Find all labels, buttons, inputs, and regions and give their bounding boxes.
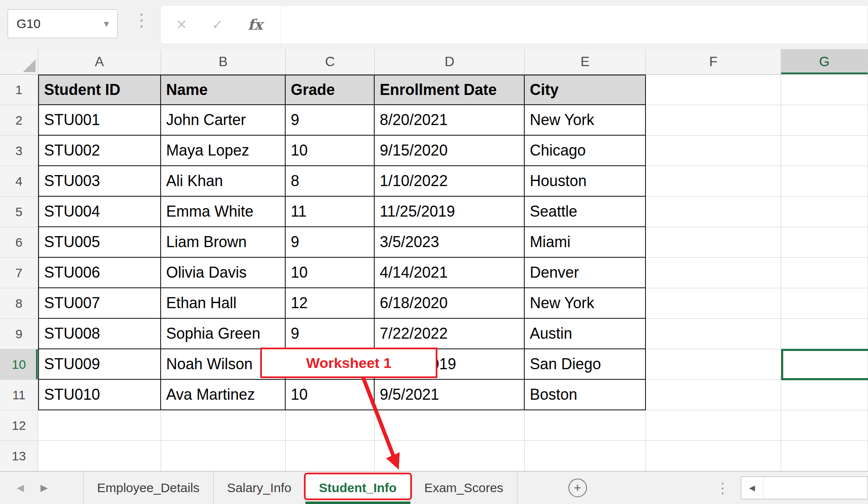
row-header-9[interactable]: 9 [0,319,38,349]
column-header-f[interactable]: F [646,49,781,74]
insert-function-icon[interactable]: fx [248,16,263,33]
cell-b6[interactable]: Liam Brown [161,227,286,258]
scrollbar-track[interactable] [763,477,868,499]
cell-g3[interactable] [781,136,868,166]
row-header-5[interactable]: 5 [0,197,38,227]
cell-c11[interactable]: 10 [286,380,375,410]
cell-e13[interactable] [525,441,646,471]
cell-d4[interactable]: 1/10/2022 [375,166,525,197]
scroll-left-icon[interactable]: ◀ [741,477,763,499]
column-header-a[interactable]: A [38,49,161,74]
cell-d5[interactable]: 11/25/2019 [375,197,525,227]
name-box[interactable]: G10 ▾ [8,9,118,38]
cell-e5[interactable]: Seattle [525,197,646,227]
row-header-10-selected[interactable]: 10 [0,349,38,380]
select-all-corner[interactable] [0,49,38,74]
cancel-icon[interactable]: ✕ [176,17,187,33]
cell-a4[interactable]: STU003 [38,166,161,197]
cell-d8[interactable]: 6/18/2020 [375,288,525,319]
cell-a8[interactable]: STU007 [38,288,161,319]
name-box-dropdown-icon[interactable]: ▾ [95,18,117,30]
cell-c13[interactable] [286,441,375,471]
cell-e1[interactable]: City [525,75,646,105]
cell-g10-selected[interactable] [781,349,868,380]
cell-a6[interactable]: STU005 [38,227,161,258]
cell-d1[interactable]: Enrollment Date [375,75,525,105]
cell-d11[interactable]: 9/5/2021 [375,380,525,410]
cell-g4[interactable] [781,166,868,197]
sheet-tab-student-info[interactable]: Student_Info [306,472,411,504]
cell-c6[interactable]: 9 [286,227,375,258]
cell-b13[interactable] [161,441,286,471]
cell-d3[interactable]: 9/15/2020 [375,136,525,166]
cell-e3[interactable]: Chicago [525,136,646,166]
cell-e4[interactable]: Houston [525,166,646,197]
cell-g9[interactable] [781,319,868,349]
cell-e12[interactable] [525,410,646,441]
cell-d9[interactable]: 7/22/2022 [375,319,525,349]
cell-f12[interactable] [646,410,781,441]
cell-b7[interactable]: Olivia Davis [161,258,286,288]
cell-e11[interactable]: Boston [525,380,646,410]
tab-bar-grip-icon[interactable]: ⋮ [715,479,730,496]
cell-a2[interactable]: STU001 [38,105,161,136]
cell-b3[interactable]: Maya Lopez [161,136,286,166]
cell-b12[interactable] [161,410,286,441]
column-header-e[interactable]: E [525,49,646,74]
cell-a9[interactable]: STU008 [38,319,161,349]
cell-b8[interactable]: Ethan Hall [161,288,286,319]
row-header-7[interactable]: 7 [0,258,38,288]
cell-d12[interactable] [375,410,525,441]
row-header-2[interactable]: 2 [0,105,38,136]
row-header-6[interactable]: 6 [0,227,38,258]
cell-e2[interactable]: New York [525,105,646,136]
row-header-4[interactable]: 4 [0,166,38,197]
cell-f11[interactable] [646,380,781,410]
cell-c2[interactable]: 9 [286,105,375,136]
row-header-13[interactable]: 13 [0,441,38,471]
cell-a1[interactable]: Student ID [38,75,161,105]
cell-g8[interactable] [781,288,868,319]
cell-c4[interactable]: 8 [286,166,375,197]
cell-a13[interactable] [38,441,161,471]
sheet-tab-salary-info[interactable]: Salary_Info [214,472,306,504]
cell-g5[interactable] [781,197,868,227]
cell-d7[interactable]: 4/14/2021 [375,258,525,288]
row-header-12[interactable]: 12 [0,410,38,441]
cell-c7[interactable]: 10 [286,258,375,288]
formula-input[interactable] [281,6,868,44]
cell-c8[interactable]: 12 [286,288,375,319]
cell-e9[interactable]: Austin [525,319,646,349]
cell-g11[interactable] [781,380,868,410]
sheet-tab-employee-details[interactable]: Employee_Details [83,472,214,504]
cell-e6[interactable]: Miami [525,227,646,258]
horizontal-scrollbar[interactable]: ◀ [741,476,868,499]
sheet-tab-exam-scores[interactable]: Exam_Scores [411,472,517,504]
column-header-c[interactable]: C [286,49,375,74]
cell-c3[interactable]: 10 [286,136,375,166]
cell-g2[interactable] [781,105,868,136]
cell-a12[interactable] [38,410,161,441]
cell-b5[interactable]: Emma White [161,197,286,227]
cell-b11[interactable]: Ava Martinez [161,380,286,410]
cell-g7[interactable] [781,258,868,288]
cell-g12[interactable] [781,410,868,441]
toolbar-grip-icon[interactable]: ⋮ [133,10,150,30]
row-header-1[interactable]: 1 [0,75,38,105]
cell-e8[interactable]: New York [525,288,646,319]
cell-b2[interactable]: John Carter [161,105,286,136]
cell-f9[interactable] [646,319,781,349]
row-header-8[interactable]: 8 [0,288,38,319]
cell-d6[interactable]: 3/5/2023 [375,227,525,258]
cell-a3[interactable]: STU002 [38,136,161,166]
cell-c9[interactable]: 9 [286,319,375,349]
column-header-d[interactable]: D [375,49,525,74]
column-header-g-selected[interactable]: G [781,49,868,74]
cell-c5[interactable]: 11 [286,197,375,227]
cell-f1[interactable] [646,75,781,105]
cell-b1[interactable]: Name [161,75,286,105]
row-header-3[interactable]: 3 [0,136,38,166]
cell-f2[interactable] [646,105,781,136]
cell-e7[interactable]: Denver [525,258,646,288]
cell-g13[interactable] [781,441,868,471]
